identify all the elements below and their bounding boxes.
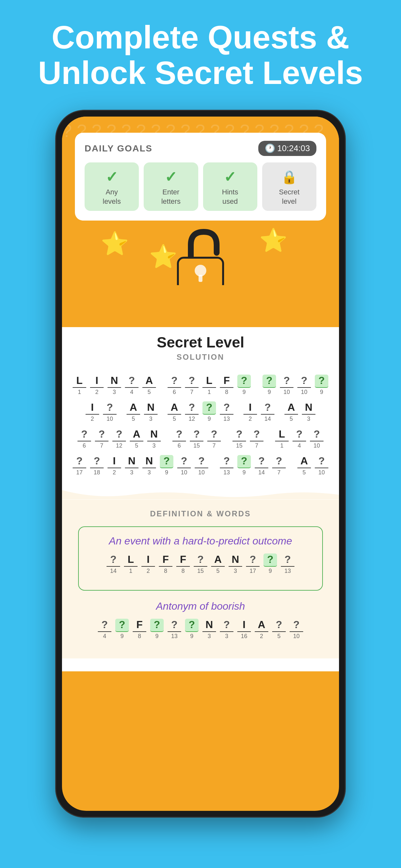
cell-spacer — [211, 455, 217, 476]
cell: ? 13 — [219, 455, 235, 476]
section-label: DEFINITION & WORDS — [78, 509, 323, 518]
cell-spacer — [266, 428, 273, 449]
white-section: Secret Level SOLUTION L 1 I 2 — [62, 327, 339, 671]
puzzle-grid: L 1 I 2 N 3 ? 4 — [75, 370, 326, 487]
cell: I 2 — [89, 375, 105, 396]
check-icon-any: ✓ — [104, 169, 120, 185]
cell: A 5 — [210, 554, 226, 575]
cell: ? 18 — [89, 455, 105, 476]
cell: ? 7 — [206, 428, 222, 449]
cell-spacer — [158, 375, 165, 396]
goal-secret-level: 🔒 Secretlevel — [262, 162, 316, 211]
cell: A 5 — [128, 428, 145, 449]
cell: ? 14 — [105, 554, 121, 575]
cell: ? 12 — [111, 428, 127, 449]
svg-rect-2 — [198, 275, 203, 282]
cell: N 3 — [227, 554, 243, 575]
cell: ? 7 — [184, 375, 200, 396]
cell: F 8 — [175, 554, 191, 575]
cell-spacer — [236, 401, 241, 423]
cell: ? 9 — [236, 455, 252, 476]
cell-spacer — [277, 401, 282, 423]
cell: ? 6 — [171, 428, 187, 449]
cell: ? 10 — [309, 428, 325, 449]
cell: ? 9 — [114, 619, 130, 640]
cell-spacer — [253, 375, 260, 396]
cell: ? 9 — [236, 375, 252, 396]
timer-badge: 🕐 10:24:03 — [258, 141, 316, 156]
definition-text-1: An event with a hard-to-predict outcome — [89, 535, 312, 547]
cell: I 2 — [140, 554, 156, 575]
cell: ? 14 — [253, 455, 270, 476]
cell: ? 12 — [184, 401, 200, 423]
puzzle-row-3: ? 6 ? 7 ? 12 A 5 — [75, 428, 326, 449]
goal-items: ✓ Anylevels ✓ Enterletters ✓ — [85, 162, 316, 211]
phone-screen: DAILY GOALS 🕐 10:24:03 ✓ Anylevels — [62, 117, 339, 811]
def1-puzzle-row: ? 14 L 1 I 2 F — [89, 554, 312, 575]
cell: ? 13 — [219, 401, 235, 423]
puzzle-row-2: I 2 ? 10 A 5 N — [75, 401, 326, 423]
cell: ? 10 — [288, 619, 305, 640]
cell: ? 6 — [76, 428, 92, 449]
cell: I 16 — [236, 619, 252, 640]
cell-spacer — [160, 401, 165, 423]
cell: ? 3 — [219, 619, 235, 640]
cell: ? 14 — [259, 401, 276, 423]
orange-section: DAILY GOALS 🕐 10:24:03 ✓ Anylevels — [62, 117, 339, 295]
cell: ? 10 — [176, 455, 192, 476]
cell: A 5 — [296, 455, 312, 476]
cell: ? 7 — [271, 455, 287, 476]
svg-point-1 — [195, 265, 206, 276]
cell: ? 9 — [149, 619, 165, 640]
cell: ? 10 — [193, 455, 210, 476]
phone-frame: DAILY GOALS 🕐 10:24:03 ✓ Anylevels — [55, 110, 346, 817]
def2-puzzle-row: ? 4 ? 9 F 8 ? — [78, 619, 323, 640]
cell: ? 10 — [313, 455, 330, 476]
daily-goals-header: DAILY GOALS 🕐 10:24:03 — [85, 141, 316, 156]
definition-box-1: An event with a hard-to-predict outcome … — [78, 526, 323, 591]
cell: ? 15 — [231, 428, 247, 449]
cell: F 8 — [131, 619, 148, 640]
cell: N 3 — [106, 375, 122, 396]
cell: ? 10 — [279, 375, 295, 396]
goal-enter-letters: ✓ Enterletters — [144, 162, 198, 211]
cell: A 2 — [253, 619, 270, 640]
cell: I 2 — [106, 455, 122, 476]
goal-any-levels: ✓ Anylevels — [85, 162, 139, 211]
daily-goals-card: DAILY GOALS 🕐 10:24:03 ✓ Anylevels — [75, 133, 326, 221]
cell: ? 10 — [296, 375, 312, 396]
check-icon-enter: ✓ — [163, 169, 179, 185]
cell: A 5 — [141, 375, 157, 396]
cell: ? 17 — [245, 554, 261, 575]
antonym-text: Antonym of boorish — [78, 600, 323, 612]
daily-goals-label: DAILY GOALS — [85, 144, 152, 154]
cell: I 2 — [84, 401, 100, 423]
secret-level-subtitle: SOLUTION — [75, 352, 326, 362]
cell: ? 7 — [249, 428, 265, 449]
cell: L 1 — [71, 375, 88, 396]
cell: ? 9 — [158, 455, 175, 476]
puzzle-row-4: ? 17 ? 18 I 2 N 3 — [75, 455, 326, 476]
stars-area: ⭐ ⭐ ⭐ — [75, 221, 326, 285]
cell: L 1 — [123, 554, 139, 575]
puzzle-row-1: L 1 I 2 N 3 ? 4 — [75, 375, 326, 396]
cell: N 3 — [143, 401, 159, 423]
secret-level-header: Secret Level SOLUTION — [75, 334, 326, 370]
phone-wrapper: DAILY GOALS 🕐 10:24:03 ✓ Anylevels — [0, 103, 401, 817]
cell: ? 13 — [280, 554, 296, 575]
definition-2-label: Antonym of boorish ? 4 ? 9 — [78, 600, 323, 640]
cell: ? 4 — [96, 619, 113, 640]
check-icon-hints: ✓ — [222, 169, 238, 185]
cell: ? 4 — [291, 428, 307, 449]
open-lock-icon — [173, 227, 228, 285]
cell-spacer — [163, 428, 170, 449]
cell: ? 10 — [102, 401, 118, 423]
cell: ? 15 — [189, 428, 205, 449]
star-left: ⭐ — [101, 230, 129, 257]
cell: N 3 — [141, 455, 157, 476]
cell: F 8 — [158, 554, 174, 575]
cell: ? 17 — [71, 455, 88, 476]
cell: ? 13 — [166, 619, 182, 640]
cell: ? 9 — [261, 375, 277, 396]
cell: ? 9 — [313, 375, 330, 396]
